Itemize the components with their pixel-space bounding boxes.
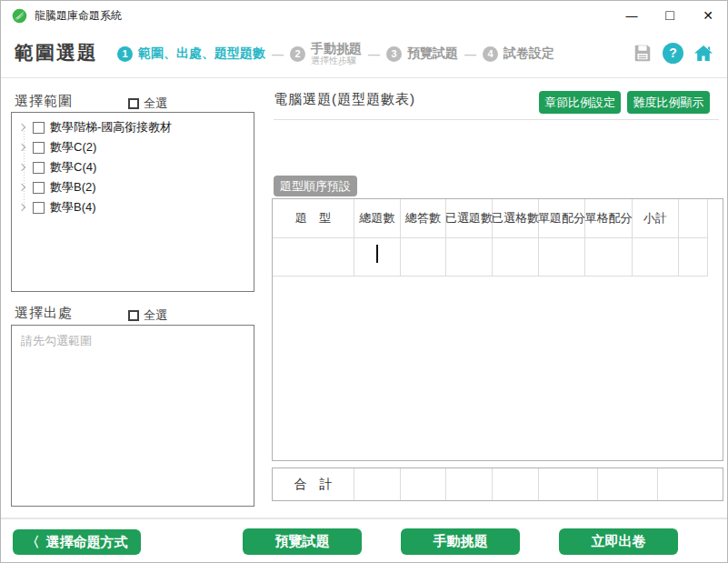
tree-checkbox[interactable] [33, 162, 45, 174]
tree-item-label: 數學C(4) [50, 159, 96, 176]
app-window: 龍騰題庫命題系統 — □ ✕ 範圍選題 1 範圍、出處、題型題數 — 2 手動挑… [0, 0, 728, 563]
maximize-button[interactable]: □ [651, 1, 689, 30]
header-cell-selected-cells: 已選格數 [493, 199, 539, 238]
step-item-4[interactable]: 4 試卷設定 [483, 45, 554, 62]
source-select-all-label: 全選 [144, 307, 167, 324]
source-select-all-checkbox[interactable] [128, 310, 139, 321]
wizard-header: 範圍選題 1 範圍、出處、題型題數 — 2 手動挑題 選擇性步驟 — 3 預覽試… [1, 30, 727, 78]
manual-pick-button[interactable]: 手動挑題 [401, 528, 520, 555]
header-cell-subtotal: 小計 [633, 199, 679, 238]
step-label: 範圍、出處、題型題數 [138, 45, 265, 62]
tree-item-label: 數學C(2) [50, 139, 96, 156]
window-controls: — □ ✕ [613, 1, 727, 30]
difficulty-ratio-button[interactable]: 難度比例顯示 [627, 91, 710, 114]
preview-questions-button[interactable]: 預覽試題 [243, 528, 362, 555]
header-cell-selected-questions: 已選題數 [446, 199, 493, 238]
totals-cell [354, 468, 401, 500]
step-dash: — [272, 47, 284, 61]
header-cell-type: 題 型 [273, 199, 354, 238]
chapter-ratio-button[interactable]: 章節比例設定 [539, 91, 621, 114]
totals-cell [446, 468, 493, 500]
range-panel-title: 選擇範圍 [15, 93, 73, 110]
tree-item-label: 數學B(2) [50, 179, 96, 196]
totals-label: 合 計 [273, 468, 354, 500]
back-button-label: 選擇命題方式 [46, 534, 128, 551]
header-cell-total-answers: 總答數 [401, 199, 446, 238]
header-cell-points-per-cell: 單格配分 [585, 199, 633, 238]
totals-row: 合 計 [272, 467, 723, 501]
data-cell-points-per-cell[interactable] [585, 238, 633, 276]
step-sublabel: 選擇性步驟 [311, 55, 356, 66]
chevron-left-icon: 〈 [26, 534, 40, 551]
tree-checkbox[interactable] [33, 182, 45, 194]
type-order-button[interactable]: 題型順序預設 [274, 176, 357, 196]
chevron-right-icon[interactable] [18, 144, 25, 151]
tree-checkbox[interactable] [33, 202, 45, 214]
tree-item[interactable]: 數學C(4) [12, 157, 254, 177]
data-cell-total-questions[interactable] [354, 238, 401, 276]
tree-item-label: 數學B(4) [50, 199, 96, 216]
window-title: 龍騰題庫命題系統 [35, 8, 122, 24]
step-number: 4 [483, 46, 498, 62]
range-select-all-checkbox[interactable] [128, 98, 139, 109]
wizard-steps: 1 範圍、出處、題型題數 — 2 手動挑題 選擇性步驟 — 3 預覽試題 — 4… [117, 35, 554, 72]
data-cell-selected-questions[interactable] [446, 238, 493, 276]
step-label: 試卷設定 [504, 45, 554, 62]
home-button[interactable] [693, 42, 714, 64]
header-cell-total-questions: 總題數 [354, 199, 401, 238]
step-item-2[interactable]: 2 手動挑題 選擇性步驟 [290, 41, 362, 66]
titlebar: 龍騰題庫命題系統 — □ ✕ [1, 1, 727, 30]
step-item-3[interactable]: 3 預覽試題 [386, 45, 458, 62]
source-list: 請先勾選範圍 [11, 325, 254, 507]
tree-item[interactable]: 數學階梯-國高銜接教材 [12, 117, 254, 137]
chevron-right-icon[interactable] [18, 164, 25, 171]
tree-item[interactable]: 數學B(2) [12, 177, 254, 197]
data-cell-total-answers[interactable] [401, 238, 446, 276]
source-placeholder: 請先勾選範圍 [21, 333, 244, 349]
header-actions: ? [632, 42, 714, 64]
data-cell-selected-cells[interactable] [493, 238, 539, 276]
chevron-right-icon[interactable] [18, 204, 25, 211]
tree-item[interactable]: 數學B(4) [12, 197, 254, 217]
step-item-1[interactable]: 1 範圍、出處、題型題數 [117, 45, 265, 62]
help-button[interactable]: ? [663, 43, 683, 64]
chevron-right-icon[interactable] [18, 124, 25, 131]
totals-cell [493, 468, 539, 500]
back-to-mode-button[interactable]: 〈 選擇命題方式 [13, 529, 141, 555]
page-title: 範圍選題 [15, 40, 98, 65]
data-cell-extra [679, 238, 708, 276]
chevron-right-icon[interactable] [18, 184, 25, 191]
minimize-button[interactable]: — [613, 1, 651, 30]
step-label: 手動挑題 [311, 41, 362, 55]
save-icon [633, 43, 653, 63]
totals-cell [539, 468, 598, 500]
totals-cell [598, 468, 658, 500]
home-icon [693, 42, 714, 65]
generate-paper-button[interactable]: 立即出卷 [559, 528, 678, 555]
question-type-table: 題 型 總題數 總答數 已選題數 已選格數 單題配分 單格配分 小計 [272, 198, 723, 461]
close-button[interactable]: ✕ [689, 1, 727, 30]
range-select-all-label: 全選 [144, 96, 167, 112]
step-dash: — [464, 47, 476, 61]
text-caret [376, 245, 378, 263]
footer-separator [1, 518, 727, 519]
save-button[interactable] [632, 42, 653, 64]
tree-checkbox[interactable] [33, 142, 45, 154]
range-select-all[interactable]: 全選 [128, 96, 167, 112]
main-title: 電腦選題(題型題數表) [274, 91, 415, 108]
data-cell-type[interactable] [273, 238, 354, 276]
tree-item-label: 數學階梯-國高銜接教材 [50, 119, 172, 136]
step-label: 預覽試題 [407, 45, 458, 62]
tree-checkbox[interactable] [33, 122, 45, 134]
header-cell-extra [679, 199, 708, 238]
step-dash: — [368, 47, 380, 61]
tree-item[interactable]: 數學C(2) [12, 137, 254, 157]
table-data-row [273, 238, 723, 276]
source-select-all[interactable]: 全選 [128, 307, 167, 324]
step-number: 3 [386, 46, 402, 62]
data-cell-points-per-question[interactable] [539, 238, 585, 276]
source-panel-title: 選擇出處 [15, 305, 73, 322]
right-panel-separator [274, 119, 719, 120]
table-header-row: 題 型 總題數 總答數 已選題數 已選格數 單題配分 單格配分 小計 [273, 199, 723, 238]
data-cell-subtotal[interactable] [633, 238, 679, 276]
